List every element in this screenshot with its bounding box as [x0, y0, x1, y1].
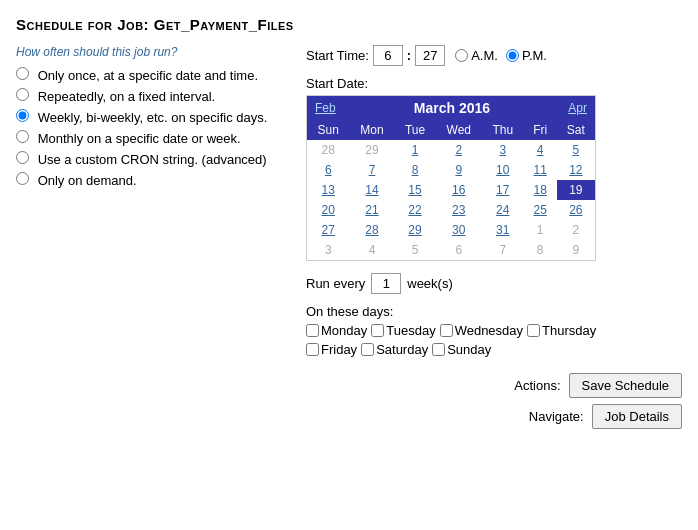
- calendar-day-link[interactable]: 14: [365, 183, 378, 197]
- calendar-day-link[interactable]: 8: [412, 163, 419, 177]
- calendar-day-link[interactable]: 23: [452, 203, 465, 217]
- calendar-day[interactable]: 3: [482, 140, 524, 160]
- radio-demand[interactable]: [16, 172, 29, 185]
- calendar-day-link[interactable]: 2: [455, 143, 462, 157]
- calendar-day-link[interactable]: 3: [499, 143, 506, 157]
- radio-monthly[interactable]: [16, 130, 29, 143]
- prev-month-btn[interactable]: Feb: [315, 101, 336, 115]
- calendar-day[interactable]: 16: [436, 180, 482, 200]
- option-cron[interactable]: Use a custom CRON string. (advanced): [16, 151, 286, 167]
- calendar-day[interactable]: 11: [524, 160, 557, 180]
- calendar-day[interactable]: 13: [307, 180, 349, 200]
- calendar-day[interactable]: 9: [436, 160, 482, 180]
- calendar-day-link[interactable]: 31: [496, 223, 509, 237]
- radio-once[interactable]: [16, 67, 29, 80]
- calendar-day[interactable]: 17: [482, 180, 524, 200]
- time-hour-input[interactable]: [373, 45, 403, 66]
- cb-friday[interactable]: [306, 343, 319, 356]
- cb-sunday[interactable]: [432, 343, 445, 356]
- option-weekly[interactable]: Weekly, bi-weekly, etc. on specific days…: [16, 109, 286, 125]
- cb-saturday[interactable]: [361, 343, 374, 356]
- cb-monday[interactable]: [306, 324, 319, 337]
- calendar-day-link[interactable]: 29: [408, 223, 421, 237]
- days-row-2: Friday Saturday Sunday: [306, 342, 682, 357]
- cb-tuesday[interactable]: [371, 324, 384, 337]
- calendar-day-link[interactable]: 17: [496, 183, 509, 197]
- calendar-day-link[interactable]: 18: [533, 183, 546, 197]
- calendar-day-link[interactable]: 12: [569, 163, 582, 177]
- calendar-day-link[interactable]: 28: [365, 223, 378, 237]
- calendar-day[interactable]: 15: [395, 180, 436, 200]
- calendar-day[interactable]: 1: [395, 140, 436, 160]
- calendar-day[interactable]: 28: [349, 220, 394, 240]
- calendar-day-link[interactable]: 24: [496, 203, 509, 217]
- calendar-day[interactable]: 2: [436, 140, 482, 160]
- calendar-day[interactable]: 19: [557, 180, 595, 200]
- calendar-day-link[interactable]: 21: [365, 203, 378, 217]
- run-every-input[interactable]: [371, 273, 401, 294]
- calendar-day[interactable]: 24: [482, 200, 524, 220]
- calendar-day-link[interactable]: 10: [496, 163, 509, 177]
- am-label[interactable]: A.M.: [455, 48, 498, 63]
- calendar-day[interactable]: 10: [482, 160, 524, 180]
- calendar-day[interactable]: 5: [557, 140, 595, 160]
- calendar-day[interactable]: 31: [482, 220, 524, 240]
- calendar-day[interactable]: 20: [307, 200, 349, 220]
- calendar-day[interactable]: 30: [436, 220, 482, 240]
- radio-repeatedly[interactable]: [16, 88, 29, 101]
- calendar-day-link[interactable]: 26: [569, 203, 582, 217]
- day-monday[interactable]: Monday: [306, 323, 367, 338]
- option-monthly[interactable]: Monthly on a specific date or week.: [16, 130, 286, 146]
- day-wednesday[interactable]: Wednesday: [440, 323, 523, 338]
- calendar-day[interactable]: 25: [524, 200, 557, 220]
- time-minute-input[interactable]: [415, 45, 445, 66]
- calendar-day-link[interactable]: 1: [412, 143, 419, 157]
- option-demand[interactable]: Only on demand.: [16, 172, 286, 188]
- calendar-day[interactable]: 18: [524, 180, 557, 200]
- day-sunday[interactable]: Sunday: [432, 342, 491, 357]
- calendar-day-link[interactable]: 15: [408, 183, 421, 197]
- calendar-day[interactable]: 26: [557, 200, 595, 220]
- calendar-day-link[interactable]: 11: [533, 163, 546, 177]
- calendar-day[interactable]: 14: [349, 180, 394, 200]
- radio-am[interactable]: [455, 49, 468, 62]
- calendar-week-5: 272829303112: [307, 220, 595, 240]
- calendar-day-link[interactable]: 4: [537, 143, 544, 157]
- calendar-day[interactable]: 27: [307, 220, 349, 240]
- option-once[interactable]: Only once, at a specific date and time.: [16, 67, 286, 83]
- job-details-button[interactable]: Job Details: [592, 404, 682, 429]
- calendar-day-link[interactable]: 25: [533, 203, 546, 217]
- calendar-day-link[interactable]: 7: [369, 163, 376, 177]
- calendar-day[interactable]: 23: [436, 200, 482, 220]
- calendar-day-link[interactable]: 30: [452, 223, 465, 237]
- radio-weekly[interactable]: [16, 109, 29, 122]
- next-month-btn[interactable]: Apr: [568, 101, 587, 115]
- calendar-day-link[interactable]: 22: [408, 203, 421, 217]
- calendar-day[interactable]: 6: [307, 160, 349, 180]
- calendar-day-link[interactable]: 9: [455, 163, 462, 177]
- radio-pm[interactable]: [506, 49, 519, 62]
- calendar-day[interactable]: 12: [557, 160, 595, 180]
- calendar-day-link[interactable]: 6: [325, 163, 332, 177]
- calendar-day[interactable]: 29: [395, 220, 436, 240]
- day-friday[interactable]: Friday: [306, 342, 357, 357]
- calendar-day-link[interactable]: 13: [322, 183, 335, 197]
- day-thursday[interactable]: Thursday: [527, 323, 596, 338]
- calendar-day[interactable]: 4: [524, 140, 557, 160]
- cb-wednesday[interactable]: [440, 324, 453, 337]
- calendar-day[interactable]: 8: [395, 160, 436, 180]
- calendar-day[interactable]: 22: [395, 200, 436, 220]
- calendar-day-link[interactable]: 27: [322, 223, 335, 237]
- radio-cron[interactable]: [16, 151, 29, 164]
- calendar-day-link[interactable]: 16: [452, 183, 465, 197]
- pm-label[interactable]: P.M.: [506, 48, 547, 63]
- save-schedule-button[interactable]: Save Schedule: [569, 373, 682, 398]
- day-tuesday[interactable]: Tuesday: [371, 323, 435, 338]
- calendar-day[interactable]: 7: [349, 160, 394, 180]
- calendar-day[interactable]: 21: [349, 200, 394, 220]
- cb-thursday[interactable]: [527, 324, 540, 337]
- calendar-day-link[interactable]: 5: [573, 143, 580, 157]
- calendar-day-link[interactable]: 20: [322, 203, 335, 217]
- day-saturday[interactable]: Saturday: [361, 342, 428, 357]
- option-repeatedly[interactable]: Repeatedly, on a fixed interval.: [16, 88, 286, 104]
